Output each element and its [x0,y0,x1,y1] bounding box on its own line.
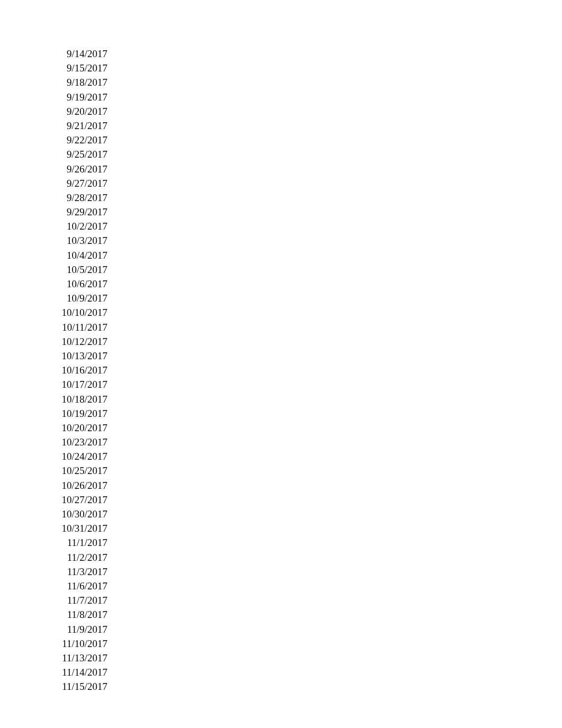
date-row: 11/2/2017 [52,550,107,565]
date-row: 10/5/2017 [52,262,107,277]
date-row: 10/13/2017 [52,349,107,363]
date-row: 11/6/2017 [52,579,107,593]
date-row: 9/14/2017 [52,47,107,61]
date-row: 11/14/2017 [52,665,107,679]
date-row: 9/26/2017 [52,162,107,176]
date-row: 9/29/2017 [52,205,107,219]
date-row: 10/24/2017 [52,449,107,463]
date-row: 11/10/2017 [52,636,107,651]
date-row: 9/25/2017 [52,147,107,161]
date-row: 10/20/2017 [52,421,107,435]
date-row: 10/25/2017 [52,463,107,478]
date-row: 9/20/2017 [52,104,107,119]
date-row: 10/3/2017 [52,233,107,248]
date-row: 10/18/2017 [52,392,107,406]
date-list: 9/14/2017 9/15/2017 9/18/2017 9/19/2017 … [52,47,562,694]
date-row: 11/9/2017 [52,622,107,636]
date-row: 10/12/2017 [52,334,107,349]
date-row: 9/22/2017 [52,133,107,147]
date-row: 10/2/2017 [52,219,107,233]
date-row: 10/11/2017 [52,320,107,334]
date-row: 10/30/2017 [52,507,107,521]
date-row: 10/17/2017 [52,377,107,392]
date-row: 11/15/2017 [52,679,107,694]
date-row: 9/28/2017 [52,190,107,205]
date-row: 10/4/2017 [52,248,107,262]
date-row: 9/27/2017 [52,176,107,190]
date-row: 11/13/2017 [52,651,107,665]
date-row: 10/26/2017 [52,478,107,493]
date-row: 11/3/2017 [52,565,107,579]
date-row: 10/16/2017 [52,363,107,377]
date-row: 10/27/2017 [52,493,107,507]
date-row: 9/19/2017 [52,90,107,104]
date-row: 9/15/2017 [52,61,107,75]
date-row: 9/18/2017 [52,75,107,89]
date-row: 9/21/2017 [52,119,107,133]
date-row: 11/1/2017 [52,535,107,550]
date-row: 10/23/2017 [52,435,107,449]
date-row: 11/8/2017 [52,607,107,622]
date-row: 11/7/2017 [52,593,107,607]
date-row: 10/31/2017 [52,521,107,535]
date-row: 10/9/2017 [52,291,107,305]
date-row: 10/10/2017 [52,305,107,320]
date-row: 10/19/2017 [52,406,107,421]
date-row: 10/6/2017 [52,277,107,291]
